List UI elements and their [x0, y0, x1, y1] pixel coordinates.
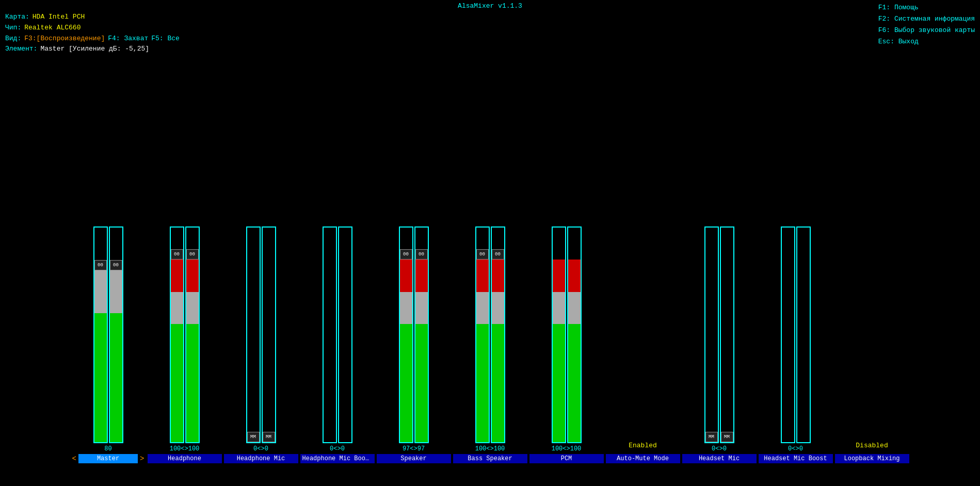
- fader-wrap: 0000: [93, 226, 123, 443]
- channel-nav-row: PCM: [529, 454, 604, 463]
- fader-track[interactable]: 00: [170, 226, 184, 443]
- fader-wrap: [323, 226, 352, 443]
- enum-status: Disabled: [856, 442, 888, 449]
- channel-col[interactable]: DisabledLoopback Mixing: [834, 46, 910, 486]
- fader-knob: MM: [721, 432, 733, 442]
- fader-track[interactable]: [552, 226, 566, 443]
- title-bar: AlsaMixer v1.1.3: [0, 0, 980, 11]
- help-panel: F1: Помощь F2: Системная информация F6: …: [878, 2, 975, 47]
- channel-label-bar[interactable]: Headphone: [148, 454, 222, 463]
- channel-col[interactable]: MMMM0<>0Headphone Mic: [223, 46, 299, 486]
- chip-label: Чип:: [5, 23, 21, 34]
- channel-nav-row: Headphone Mic: [224, 454, 298, 463]
- channel-label-bar[interactable]: Headphone Mic: [224, 454, 298, 463]
- fader-wrap: 0000: [475, 226, 505, 443]
- channel-nav-row: Headset Mic: [682, 454, 757, 463]
- fader-track[interactable]: 00: [109, 226, 123, 443]
- channel-nav-row: Headphone: [148, 454, 222, 463]
- channel-col[interactable]: 000097<>97Speaker: [376, 46, 452, 486]
- chip-value: Realtek ALC660: [24, 23, 81, 34]
- channel-col[interactable]: 0000100<>100Bass Speaker: [452, 46, 528, 486]
- channel-value: 0<>0: [330, 445, 345, 452]
- fader-knob: 00: [171, 249, 183, 260]
- channel-label-bar[interactable]: Bass Speaker: [453, 454, 527, 463]
- channel-label-bar[interactable]: PCM: [529, 454, 604, 463]
- fader-track[interactable]: [781, 226, 795, 443]
- channel-col[interactable]: 000080<Master>: [70, 46, 147, 486]
- fader-knob: 00: [400, 249, 412, 260]
- fader-knob: 00: [492, 249, 504, 260]
- channel-value: 0<>0: [253, 445, 268, 452]
- fader-knob: 00: [94, 260, 107, 270]
- enum-status: Enabled: [629, 442, 657, 449]
- fader-track[interactable]: 00: [399, 226, 413, 443]
- channel-label-bar[interactable]: Loopback Mixing: [835, 454, 909, 463]
- channel-label-bar[interactable]: Speaker: [377, 454, 451, 463]
- fader-wrap: MMMM: [246, 226, 276, 443]
- fader-track[interactable]: [567, 226, 582, 443]
- channel-value: 97<>97: [403, 445, 425, 452]
- fader-track[interactable]: MM: [246, 226, 261, 443]
- nav-arrow-left[interactable]: <: [71, 455, 77, 463]
- channel-col[interactable]: 0000100<>100Headphone: [147, 46, 223, 486]
- channel-label-bar[interactable]: Headset Mic: [682, 454, 757, 463]
- fader-track[interactable]: [323, 226, 337, 443]
- fader-track[interactable]: MM: [704, 226, 719, 443]
- channel-value: 80: [104, 445, 111, 452]
- channel-col[interactable]: EnabledAuto-Mute Mode: [605, 46, 681, 486]
- view-label: Вид:: [5, 34, 21, 44]
- fader-track[interactable]: 00: [185, 226, 200, 443]
- channel-col[interactable]: 100<>100PCM: [528, 46, 605, 486]
- fader-track[interactable]: 00: [475, 226, 490, 443]
- fader-track[interactable]: MM: [262, 226, 276, 443]
- channel-label-bar[interactable]: Headphone Mic Boost: [300, 454, 375, 463]
- fader-knob: MM: [263, 432, 275, 442]
- fader-wrap: 0000: [399, 226, 429, 443]
- channel-nav-row: Bass Speaker: [453, 454, 527, 463]
- help-f1: F1: Помощь: [878, 2, 975, 13]
- channel-value: 100<>100: [552, 445, 582, 452]
- channel-col[interactable]: 0<>0Headphone Mic Boost: [299, 46, 376, 486]
- fader-knob: MM: [705, 432, 718, 442]
- channel-nav-row: Headphone Mic Boost: [300, 454, 375, 463]
- fader-track[interactable]: MM: [720, 226, 734, 443]
- fader-wrap: [781, 226, 811, 443]
- fader-track[interactable]: 00: [414, 226, 429, 443]
- card-label: Карта:: [5, 12, 29, 23]
- app-title: AlsaMixer v1.1.3: [458, 2, 522, 10]
- channel-col[interactable]: MMMM0<>0Headset Mic: [681, 46, 758, 486]
- channel-value: 100<>100: [170, 445, 200, 452]
- channel-value: 0<>0: [712, 445, 727, 452]
- card-value: HDA Intel PCH: [33, 12, 85, 23]
- view-f3: F3:[Воспроизведение]: [24, 34, 105, 44]
- fader-wrap: MMMM: [704, 226, 734, 443]
- help-f2: F2: Системная информация: [878, 13, 975, 25]
- fader-wrap: [552, 226, 582, 443]
- fader-track[interactable]: 00: [491, 226, 505, 443]
- channel-label-bar[interactable]: Auto-Mute Mode: [606, 454, 680, 463]
- channel-label-bar[interactable]: Master: [78, 454, 138, 463]
- fader-knob: 00: [186, 249, 199, 260]
- channel-value: 100<>100: [475, 445, 505, 452]
- fader-track[interactable]: [796, 226, 811, 443]
- fader-knob: 00: [110, 260, 122, 270]
- help-f6: F6: Выбор звуковой карты: [878, 25, 975, 36]
- channel-label-bar[interactable]: Headset Mic Boost: [759, 454, 833, 463]
- channel-col[interactable]: 0<>0Headset Mic Boost: [758, 46, 834, 486]
- channels-container: 000080<Master>0000100<>100HeadphoneMMMM0…: [0, 46, 980, 486]
- fader-track[interactable]: [338, 226, 352, 443]
- view-f5: F5: Все: [151, 34, 180, 44]
- channel-nav-row: Headset Mic Boost: [759, 454, 833, 463]
- channel-nav-row: Speaker: [377, 454, 451, 463]
- nav-arrow-right[interactable]: >: [139, 455, 145, 463]
- view-f4: F4: Захват: [108, 34, 148, 44]
- fader-knob: 00: [476, 249, 489, 260]
- fader-wrap: 0000: [170, 226, 200, 443]
- fader-knob: 00: [415, 249, 428, 260]
- channel-value: 0<>0: [788, 445, 803, 452]
- channel-nav-row: <Master>: [71, 454, 146, 463]
- fader-knob: MM: [247, 432, 260, 442]
- fader-track[interactable]: 00: [93, 226, 108, 443]
